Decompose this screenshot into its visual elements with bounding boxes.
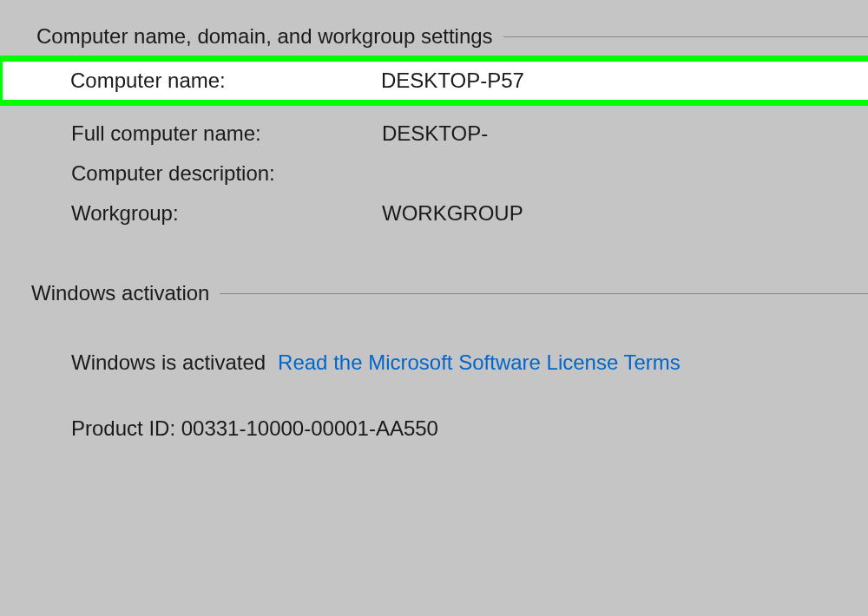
product-id-label: Product ID: [71, 416, 175, 440]
computer-description-row: Computer description: [0, 146, 868, 186]
workgroup-label: Workgroup: [71, 201, 382, 226]
computer-name-label: Computer name: [70, 69, 381, 93]
activation-section-title: Windows activation [31, 281, 209, 305]
activation-section-header: Windows activation [0, 281, 868, 305]
computer-section-header: Computer name, domain, and workgroup set… [0, 24, 868, 49]
computer-name-value: DESKTOP-P57 [381, 69, 524, 93]
workgroup-value: WORKGROUP [382, 201, 523, 226]
section-divider [220, 293, 868, 294]
computer-name-section: Computer name, domain, and workgroup set… [0, 24, 868, 226]
license-terms-link[interactable]: Read the Microsoft Software License Term… [278, 351, 681, 375]
computer-name-row: Computer name: DESKTOP-P57 [0, 56, 868, 106]
workgroup-row: Workgroup: WORKGROUP [0, 186, 868, 226]
section-divider [503, 36, 868, 37]
full-computer-name-value: DESKTOP- [382, 121, 488, 146]
product-id-value: 00331-10000-00001-AA550 [181, 416, 438, 440]
product-id-row: Product ID: 00331-10000-00001-AA550 [0, 375, 868, 441]
windows-activation-section: Windows activation Windows is activated … [0, 281, 868, 441]
computer-section-title: Computer name, domain, and workgroup set… [36, 24, 493, 49]
computer-description-label: Computer description: [71, 161, 382, 186]
activation-status: Windows is activated [71, 351, 266, 375]
full-computer-name-label: Full computer name: [71, 121, 382, 146]
full-computer-name-row: Full computer name: DESKTOP- [0, 106, 868, 146]
activation-status-row: Windows is activated Read the Microsoft … [0, 305, 868, 375]
